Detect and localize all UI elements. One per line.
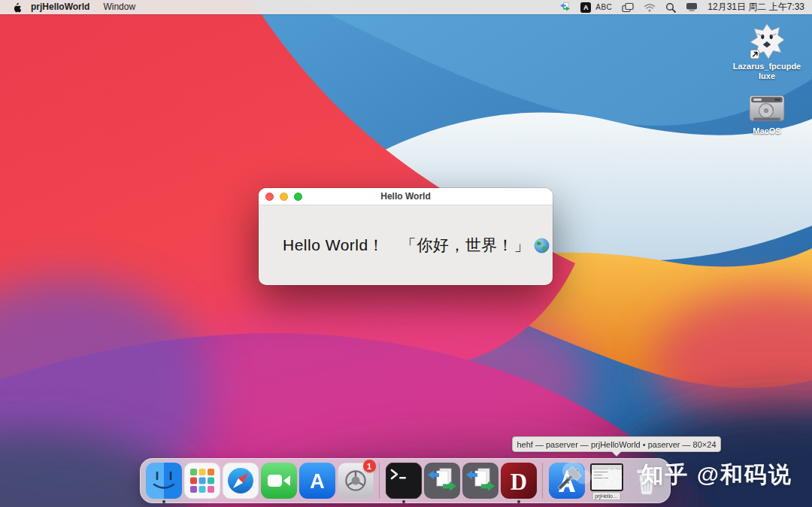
menu-bar: prjHelloWorld Window A ABC	[0, 0, 812, 14]
wechat-ghost-icon	[561, 460, 592, 487]
paserver-icon	[462, 463, 498, 499]
hard-drive-icon	[749, 93, 785, 125]
close-button[interactable]	[265, 193, 274, 201]
dock-divider	[379, 463, 380, 499]
watermark-text: 知乎 @和码说	[641, 460, 792, 490]
safari-dock-icon[interactable]	[223, 463, 259, 499]
notification-badge: 1	[363, 460, 376, 472]
lazarus-fpcupdeluxe-shortcut[interactable]: Lazarus_fpcupdeluxe	[731, 23, 803, 81]
watermark-ghost-text: 公	[602, 463, 623, 490]
launchpad-dock-icon[interactable]	[184, 463, 220, 499]
svg-text:A: A	[310, 470, 325, 493]
desktop-icon-area: Lazarus_fpcupdeluxe MacOS	[731, 23, 803, 137]
dock-tooltip: hehf — paserver — prjHelloWorld • paserv…	[512, 436, 721, 452]
macos-desktop: { "menu_bar": { "app_menu": "prjHelloWor…	[0, 0, 812, 507]
input-source-badge: A	[580, 2, 591, 13]
globe-emoji-icon	[534, 238, 550, 254]
app-store-dock-icon[interactable]: A	[299, 463, 335, 499]
desktop-icon-label: Lazarus_fpcupdeluxe	[732, 62, 801, 81]
display-icon[interactable]	[686, 2, 698, 12]
delphi-d-dock-icon[interactable]: D	[501, 463, 537, 499]
desktop-icon-label: MacOS	[732, 126, 801, 136]
hello-world-window: Hello World Hello World！ 「你好，世界！」	[259, 188, 553, 285]
minimize-button[interactable]	[280, 193, 288, 201]
app-menu-title[interactable]: prjHelloWorld	[24, 0, 96, 14]
input-source-icon[interactable]: A	[580, 2, 591, 13]
safari-icon	[223, 463, 259, 499]
lazarus-gear-icon	[748, 23, 786, 60]
traffic-lights	[265, 193, 302, 201]
window-title: Hello World	[259, 191, 553, 202]
app-store-icon: A	[299, 463, 335, 499]
paserver-dock-icon-2[interactable]	[462, 463, 498, 499]
dock-tooltip-text: hehf — paserver — prjHelloWorld • paserv…	[517, 440, 716, 449]
wifi-icon[interactable]	[644, 3, 656, 12]
svg-text:D: D	[510, 469, 526, 495]
macos-volume[interactable]: MacOS	[731, 93, 803, 136]
delphi-d-icon: D	[501, 463, 537, 499]
input-source-label[interactable]: ABC	[595, 3, 612, 11]
hello-world-text: Hello World！ 「你好，世界！」	[283, 235, 530, 256]
dock-divider	[542, 463, 543, 499]
windows-stack-icon[interactable]	[622, 2, 634, 13]
system-preferences-dock-icon[interactable]: 1	[338, 463, 374, 499]
terminal-icon	[386, 463, 422, 499]
menu-bar-status-area: A ABC 12月3	[559, 1, 804, 14]
apple-logo-icon	[12, 2, 21, 13]
paserver-dock-icon-1[interactable]	[424, 463, 460, 499]
paserver-icon	[424, 463, 460, 499]
facetime-dock-icon[interactable]	[261, 463, 297, 499]
sync-menu-icon[interactable]	[559, 2, 571, 13]
zoom-button[interactable]	[294, 193, 302, 201]
finder-icon	[146, 463, 182, 499]
apple-menu[interactable]	[12, 2, 21, 13]
launchpad-icon	[184, 463, 220, 499]
menu-window[interactable]: Window	[96, 0, 142, 14]
running-indicator	[517, 500, 520, 503]
window-title-bar[interactable]: Hello World	[259, 188, 553, 205]
running-indicator	[402, 500, 405, 503]
terminal-dock-icon[interactable]	[386, 463, 422, 499]
menu-bar-clock[interactable]: 12月31日 周二 上午7:33	[707, 1, 804, 14]
finder-dock-icon[interactable]	[146, 463, 182, 499]
minimized-window-label: prjHello…	[592, 492, 621, 500]
running-indicator	[162, 500, 165, 503]
facetime-icon	[261, 463, 297, 499]
window-content: Hello World！ 「你好，世界！」	[259, 205, 553, 285]
spotlight-icon[interactable]	[665, 2, 676, 13]
